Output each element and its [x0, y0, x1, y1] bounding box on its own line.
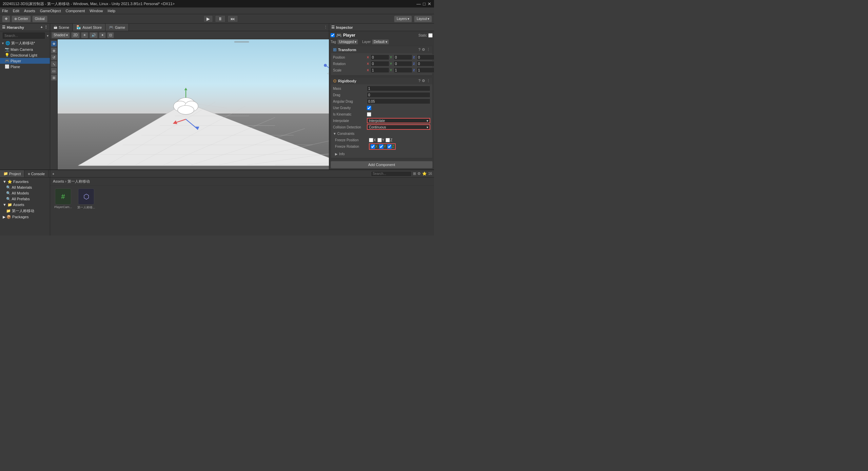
tree-all-models[interactable]: 🔍 All Models	[1, 190, 48, 196]
interpolate-dropdown[interactable]: Interpolate ▾	[367, 118, 430, 123]
drag-input[interactable]	[367, 92, 430, 98]
transform-menu-icon[interactable]: ⋮	[427, 47, 430, 52]
gameobject-name[interactable]: Player	[343, 33, 417, 38]
add-component-button[interactable]: Add Component	[331, 161, 433, 168]
position-y-input[interactable]	[394, 55, 412, 60]
asset-prefab[interactable]: ⬡ 第一人称移...	[76, 188, 96, 210]
menu-help[interactable]: Help	[107, 9, 115, 13]
hierarchy-item-plane[interactable]: ⬜ Plane	[0, 64, 50, 69]
step-button[interactable]: ⏭	[228, 15, 238, 22]
layout-dropdown[interactable]: Layout ▾	[414, 16, 432, 22]
mass-input[interactable]	[367, 86, 430, 91]
play-button[interactable]: ▶	[203, 15, 213, 22]
hierarchy-menu-btn[interactable]: ⋮	[44, 25, 48, 29]
constraints-label-row[interactable]: ▼ Constraints	[333, 131, 430, 136]
position-z-input[interactable]	[417, 55, 434, 60]
position-x-input[interactable]	[371, 55, 389, 60]
rigidbody-menu-icon[interactable]: ⋮	[427, 79, 430, 83]
tab-console[interactable]: ≡ Console	[24, 170, 48, 177]
freeze-pos-x-label: X	[374, 138, 376, 142]
maximize-button[interactable]: □	[423, 1, 426, 6]
move-tool-btn[interactable]: ⊕	[51, 47, 57, 54]
rigidbody-settings-icon[interactable]: ⚙	[422, 79, 425, 83]
scene-light-btn[interactable]: ☀	[81, 32, 88, 38]
hierarchy-item-player[interactable]: 🎮 Player	[0, 58, 50, 64]
asset-playercam[interactable]: # PlayerCam...	[53, 188, 73, 210]
scene-view-btn[interactable]: Shaded ▾	[52, 32, 70, 38]
rect-tool-btn[interactable]: ▭	[51, 68, 57, 74]
layer-dropdown[interactable]: Default ▾	[372, 39, 389, 44]
freeze-pos-y-checkbox[interactable]	[377, 138, 382, 142]
freeze-rot-z-checkbox[interactable]	[387, 144, 392, 149]
scene-menu-btn[interactable]: ⋮	[324, 25, 328, 29]
hierarchy-search[interactable]	[3, 33, 45, 39]
menu-gameobject[interactable]: GameObject	[40, 9, 61, 13]
scene-audio-btn[interactable]: 🔊	[90, 32, 98, 38]
scale-tool-btn[interactable]: ⤡	[51, 61, 57, 67]
freeze-pos-z-checkbox[interactable]	[386, 138, 390, 142]
menu-file[interactable]: File	[2, 9, 8, 13]
global-btn[interactable]: Global	[32, 16, 47, 22]
close-button[interactable]: ✕	[428, 1, 431, 6]
menu-window[interactable]: Window	[90, 9, 103, 13]
scene-canvas: < Persp	[58, 39, 329, 169]
tab-asset-store[interactable]: 🏪 Asset Store	[73, 24, 105, 31]
tree-packages[interactable]: ▶ 📦 Packages	[1, 214, 48, 220]
rigidbody-help-icon[interactable]: ?	[418, 79, 420, 83]
transform-help-icon[interactable]: ?	[418, 47, 420, 52]
transform-header[interactable]: ⊞ Transform ? ⚙ ⋮	[331, 46, 432, 53]
rotate-tool-btn[interactable]: ↺	[51, 54, 57, 60]
transform-settings-icon[interactable]: ⚙	[422, 47, 425, 52]
scale-x-input[interactable]	[371, 67, 389, 73]
tree-assets[interactable]: ▼ 📁 Assets	[1, 202, 48, 208]
use-gravity-checkbox[interactable]	[367, 106, 371, 110]
scene-2d-btn[interactable]: 2D	[71, 32, 80, 38]
collision-dropdown[interactable]: Continuous ▾	[367, 124, 430, 130]
rotation-z-input[interactable]	[417, 61, 434, 66]
gameobject-static-checkbox[interactable]	[428, 33, 433, 38]
freeze-rot-x-checkbox[interactable]	[371, 144, 375, 149]
scene-fx-btn[interactable]: ✦	[99, 32, 106, 38]
menu-component[interactable]: Component	[65, 9, 85, 13]
scale-z-input[interactable]	[417, 67, 434, 73]
rigidbody-header[interactable]: ⊙ Rigidbody ? ⚙ ⋮	[331, 77, 432, 84]
angular-drag-input[interactable]	[367, 99, 430, 104]
transform-tool-btn[interactable]: ⊞	[51, 75, 57, 81]
scene-gizmo-btn[interactable]: ⊡	[107, 32, 114, 38]
add-folder-btn[interactable]: +	[52, 172, 54, 176]
layers-dropdown[interactable]: Layers ▾	[394, 16, 412, 22]
transform-mode-btn[interactable]: ✥	[2, 16, 10, 22]
tag-dropdown[interactable]: Untagged ▾	[337, 39, 358, 44]
asset-settings-btn[interactable]: ⚙	[417, 171, 421, 176]
freeze-pos-x-checkbox[interactable]	[369, 138, 373, 142]
tree-all-materials[interactable]: 🔍 All Materials	[1, 185, 48, 190]
tree-first-person[interactable]: 📁 第一人称移动	[1, 208, 48, 214]
hand-tool-btn[interactable]: ✥	[51, 41, 57, 47]
hierarchy-add-btn[interactable]: +	[41, 25, 43, 29]
tree-all-prefabs[interactable]: 🔍 All Prefabs	[1, 196, 48, 202]
freeze-rot-y-checkbox[interactable]	[379, 144, 383, 149]
hierarchy-item-camera[interactable]: 📷 Main Camera	[0, 46, 50, 52]
menu-assets[interactable]: Assets	[24, 9, 35, 13]
hierarchy-item-light[interactable]: 💡 Directional Light	[0, 52, 50, 58]
asset-view-icons-btn[interactable]: ⊞	[413, 171, 416, 176]
tab-game[interactable]: 🎮 Game	[105, 24, 129, 31]
hierarchy-filter-btn[interactable]: ▾	[47, 34, 48, 38]
tab-scene[interactable]: 🏔 Scene	[50, 24, 73, 31]
asset-star-btn[interactable]: ⭐	[422, 171, 427, 176]
gameobject-active-checkbox[interactable]	[331, 33, 335, 37]
tab-project[interactable]: 📁 Project	[0, 170, 24, 177]
tree-favorites[interactable]: ▼ ⭐ Favorites	[1, 179, 48, 185]
info-row[interactable]: ▶ Info	[333, 151, 430, 157]
rotation-x-input[interactable]	[371, 61, 389, 66]
scale-y-input[interactable]	[394, 67, 412, 73]
minimize-button[interactable]: —	[416, 1, 421, 6]
asset-search[interactable]	[371, 171, 412, 177]
scene-view[interactable]: < Persp	[58, 39, 329, 169]
menu-edit[interactable]: Edit	[13, 9, 19, 13]
hierarchy-item-root[interactable]: ▼ 🌐 第一人称移动*	[0, 40, 50, 46]
is-kinematic-checkbox[interactable]	[367, 112, 371, 117]
rotation-y-input[interactable]	[394, 61, 412, 66]
pivot-btn[interactable]: ⊕ Center	[12, 16, 31, 22]
pause-button[interactable]: ⏸	[215, 15, 225, 22]
